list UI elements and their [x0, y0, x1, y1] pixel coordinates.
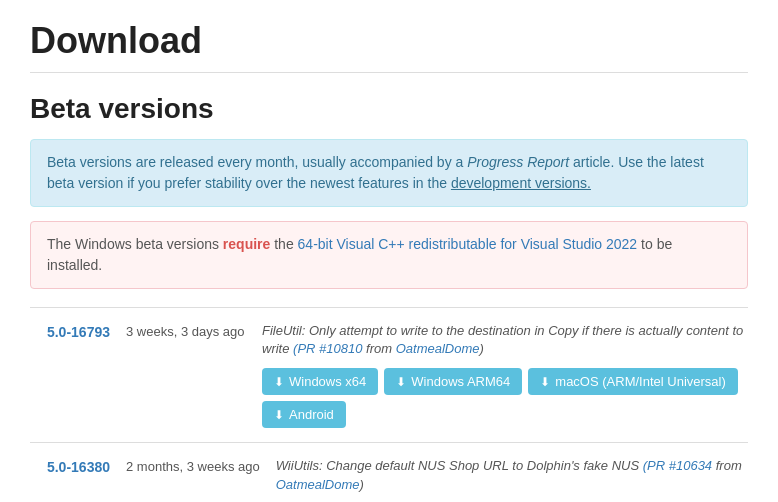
download-icon [274, 374, 284, 389]
warning-text-after-bold: the [270, 236, 297, 252]
vcredist-link[interactable]: 64-bit Visual C++ redistributable for Vi… [298, 236, 638, 252]
version-details: FileUtil: Only attempt to write to the d… [262, 322, 748, 428]
download-button[interactable]: Windows x64 [262, 368, 378, 395]
warning-bold-text: require [223, 236, 270, 252]
version-id-link[interactable]: 5.0-16793 [30, 322, 110, 340]
version-id-link[interactable]: 5.0-16380 [30, 457, 110, 475]
download-button[interactable]: Windows ARM64 [384, 368, 522, 395]
download-icon [540, 374, 550, 389]
version-row: 5.0-163802 months, 3 weeks agoWiiUtils: … [30, 442, 748, 502]
commit-author-link[interactable]: OatmealDome [276, 477, 360, 492]
beta-section-title: Beta versions [30, 93, 748, 125]
warning-text-before-bold: The Windows beta versions [47, 236, 223, 252]
button-label: Windows x64 [289, 374, 366, 389]
page-title: Download [30, 20, 748, 73]
commit-author-link[interactable]: OatmealDome [396, 341, 480, 356]
beta-info-box: Beta versions are released every month, … [30, 139, 748, 207]
version-commit: WiiUtils: Change default NUS Shop URL to… [276, 457, 748, 493]
download-button[interactable]: macOS (ARM/Intel Universal) [528, 368, 737, 395]
info-text-before-italic: Beta versions are released every month, … [47, 154, 467, 170]
button-label: Windows ARM64 [411, 374, 510, 389]
version-meta: 2 months, 3 weeks ago [126, 457, 260, 474]
development-versions-link[interactable]: development versions. [451, 175, 591, 191]
info-italic-text: Progress Report [467, 154, 569, 170]
button-label: macOS (ARM/Intel Universal) [555, 374, 725, 389]
commit-pr-link[interactable]: (PR #10634 [643, 458, 712, 473]
download-icon [274, 407, 284, 422]
download-button[interactable]: Android [262, 401, 346, 428]
commit-pr-link[interactable]: (PR #10810 [293, 341, 362, 356]
versions-container: 5.0-167933 weeks, 3 days agoFileUtil: On… [30, 307, 748, 502]
beta-warning-box: The Windows beta versions require the 64… [30, 221, 748, 289]
version-meta: 3 weeks, 3 days ago [126, 322, 246, 339]
download-icon [396, 374, 406, 389]
version-details: WiiUtils: Change default NUS Shop URL to… [276, 457, 748, 502]
button-label: Android [289, 407, 334, 422]
version-commit: FileUtil: Only attempt to write to the d… [262, 322, 748, 358]
version-buttons: Windows x64Windows ARM64macOS (ARM/Intel… [262, 368, 748, 428]
version-row: 5.0-167933 weeks, 3 days agoFileUtil: On… [30, 307, 748, 442]
